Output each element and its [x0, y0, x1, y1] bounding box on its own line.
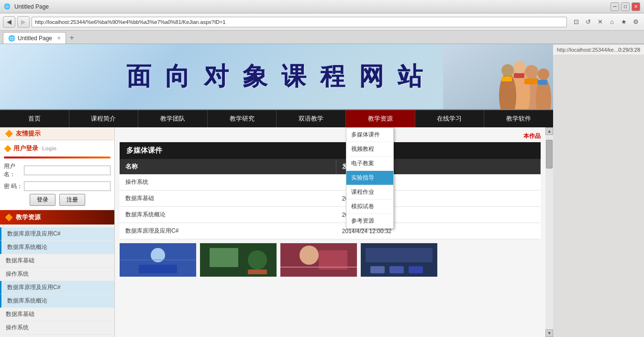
welcome-icon: 🔶 [5, 130, 13, 137]
site-header: 面 向 对 象 课 程 网 站 [0, 44, 553, 110]
login-link[interactable]: Login [42, 146, 56, 151]
svg-rect-27 [370, 266, 385, 273]
scroll-down-button[interactable]: ▼ [545, 329, 553, 337]
nav-item-bilingual-label: 双语教学 [299, 114, 323, 123]
nav-item-home[interactable]: 首页 [0, 110, 69, 127]
sidebar-items: 数据库原理及应用C# 数据库系统概论 数据库基础 操作系统 数据库原理及应用C# [0, 225, 114, 337]
nav-item-team-label: 教学团队 [160, 114, 185, 123]
nav-item-software-label: 教学软件 [506, 114, 531, 123]
dropdown-item-mockexam[interactable]: 模拟试卷 [346, 200, 393, 214]
title-bar: 🌐 Untitled Page ─ □ ✕ [0, 0, 644, 13]
thumb-2-image [200, 243, 277, 277]
compatibility-icon[interactable]: ⊡ [571, 17, 581, 27]
thumbnail-2[interactable] [200, 243, 277, 277]
tab-favicon: 🌐 [8, 35, 15, 42]
sidebar-item-3[interactable]: 操作系统 [0, 268, 114, 281]
red-link[interactable]: 本作品 [523, 132, 541, 140]
dropdown-item-homework[interactable]: 课程作业 [346, 185, 393, 200]
red-link-area: 本作品 [120, 132, 541, 140]
row-0-name[interactable]: 操作系统 [120, 174, 336, 191]
nav-item-resources-label: 教学资源 [368, 114, 393, 123]
username-input[interactable] [24, 166, 111, 175]
svg-rect-26 [366, 248, 433, 262]
active-tab[interactable]: 🌐 Untitled Page ✕ [3, 32, 66, 44]
refresh-icon[interactable]: ↺ [583, 17, 593, 27]
svg-rect-12 [501, 77, 512, 81]
login-icon: 🔶 [4, 145, 11, 152]
nav-item-research[interactable]: 教学研究 [208, 110, 277, 127]
sidebar-item-7[interactable]: 操作系统 [0, 321, 114, 335]
dropdown-item-experiment[interactable]: 实验指导 [346, 171, 393, 185]
password-label: 密 码： [4, 182, 24, 191]
dropdown-item-electronic[interactable]: 电子教案 [346, 157, 393, 171]
forward-button[interactable]: ▶ [17, 16, 30, 28]
content-area: 🔶 友情提示 🔶 用户登录 Login 用户名： [0, 127, 553, 337]
nav-item-intro[interactable]: 课程简介 [69, 110, 139, 127]
scroll-up-button[interactable]: ▲ [545, 127, 553, 135]
nav-item-team[interactable]: 教学团队 [138, 110, 208, 127]
row-1-name[interactable]: 数据库基础 [120, 191, 336, 207]
sidebar-item-2[interactable]: 数据库基础 [0, 254, 114, 268]
nav-item-research-label: 教学研究 [230, 114, 255, 123]
new-tab-button[interactable]: + [66, 32, 78, 44]
login-section-title: 🔶 用户登录 Login [4, 144, 111, 153]
status-url: http://localhost:25344/ke... [557, 47, 618, 53]
scrollbar-thumb[interactable] [546, 140, 553, 168]
address-bar[interactable]: http://localhost:25344/%e6%ba%90%e4%bb%a… [32, 17, 567, 27]
tab-bar: 🌐 Untitled Page ✕ + [0, 31, 644, 44]
thumb-3-image [280, 243, 357, 277]
thumbnail-3[interactable] [280, 243, 357, 277]
nav-item-resources[interactable]: 教学资源 多媒体课件 视频教程 电子教案 实验指导 课程作业 模拟试卷 参考资源 [346, 110, 415, 127]
nav-icons: ⊡ ↺ ✕ ⌂ ★ ⚙ [571, 17, 641, 27]
svg-point-6 [513, 61, 526, 73]
close-button[interactable]: ✕ [632, 2, 640, 11]
maximize-button[interactable]: □ [621, 2, 630, 11]
table-row: 数据库原理及应用C# 2014/4/24 12:00:32 [120, 223, 540, 239]
window-title: Untitled Page [14, 3, 49, 10]
row-2-name[interactable]: 数据库系统概论 [120, 207, 336, 223]
svg-rect-15 [139, 265, 177, 273]
header-image [443, 44, 553, 110]
nav-item-home-label: 首页 [28, 114, 41, 123]
register-button[interactable]: 注册 [59, 194, 85, 206]
scrollbar-track[interactable] [545, 135, 553, 329]
minimize-button[interactable]: ─ [611, 2, 619, 11]
nav-item-software[interactable]: 教学软件 [484, 110, 553, 127]
favorites-icon[interactable]: ★ [619, 17, 629, 27]
dropdown-item-video[interactable]: 视频教程 [346, 142, 393, 157]
svg-point-5 [525, 65, 538, 79]
thumbnail-1[interactable] [120, 243, 196, 277]
svg-point-22 [300, 246, 319, 265]
nav-item-bilingual[interactable]: 双语教学 [277, 110, 346, 127]
svg-point-19 [248, 250, 267, 270]
section-title: 多媒体课件 [120, 142, 541, 159]
sidebar-item-1[interactable]: 数据库系统概论 [0, 241, 114, 254]
thumb-4-image [361, 243, 437, 277]
dropdown-item-reference[interactable]: 参考资源 [346, 214, 393, 228]
home-icon[interactable]: ⌂ [607, 17, 617, 27]
login-button[interactable]: 登录 [30, 194, 56, 206]
stop-icon[interactable]: ✕ [595, 17, 605, 27]
login-buttons: 登录 注册 [4, 194, 111, 206]
address-text: http://localhost:25344/%e6%ba%90%e4%bb%a… [35, 19, 225, 25]
resources-label: 教学资源 [16, 213, 41, 222]
password-input[interactable] [24, 181, 111, 191]
tab-label: Untitled Page [18, 35, 52, 42]
back-button[interactable]: ◀ [3, 16, 15, 28]
window-icon: 🌐 [4, 3, 11, 10]
dropdown-item-multimedia[interactable]: 多媒体课件 [346, 128, 393, 142]
resources-dropdown: 多媒体课件 视频教程 电子教案 实验指导 课程作业 模拟试卷 参考资源 [346, 127, 394, 229]
sidebar-item-6[interactable]: 数据库基础 [0, 308, 114, 321]
sidebar-item-0[interactable]: 数据库原理及应用C# [0, 227, 114, 241]
sidebar-item-5[interactable]: 数据库系统概论 [0, 294, 114, 308]
resources-icon: 🔶 [5, 213, 13, 221]
settings-icon[interactable]: ⚙ [631, 17, 641, 27]
row-3-name[interactable]: 数据库原理及应用C# [120, 223, 336, 239]
sidebar-item-4[interactable]: 数据库原理及应用C# [0, 281, 114, 294]
close-tab-button[interactable]: ✕ [57, 35, 61, 41]
thumbnail-4[interactable] [361, 243, 437, 277]
nav-item-online[interactable]: 在线学习 [415, 110, 485, 127]
status-bar: http://localhost:25344/ke... 0:29/3:28 [553, 44, 644, 55]
login-label: 用户登录 [13, 144, 38, 153]
scrollbar[interactable]: ▲ ▼ [545, 127, 553, 337]
